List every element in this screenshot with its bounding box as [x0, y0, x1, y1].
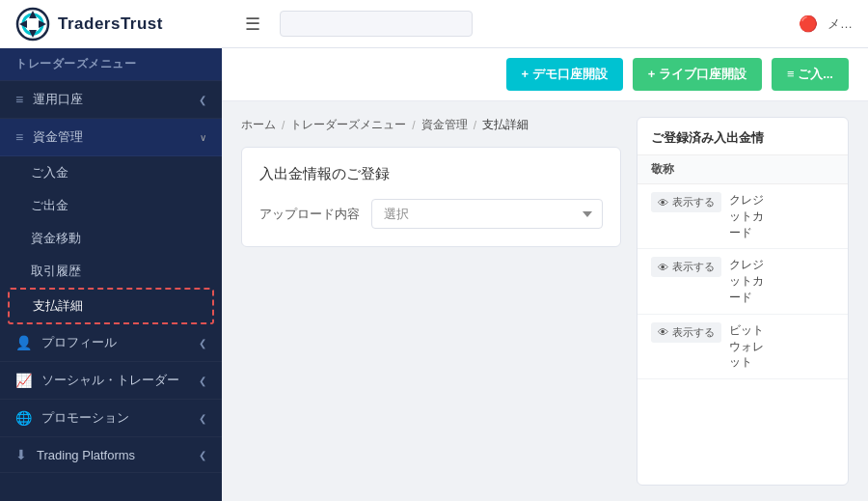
upload-select[interactable]: 選択: [371, 199, 603, 229]
sidebar-item-label-promo: プロモーション: [41, 409, 129, 427]
sidebar-item-label-platforms: Trading Platforms: [37, 448, 135, 462]
sidebar-item-label-funds: 資金管理: [33, 128, 83, 146]
sidebar-logo: TradersTrust: [0, 0, 222, 48]
chevron-icon-platforms: ❮: [199, 450, 206, 460]
eye-icon-1: 👁: [658, 197, 668, 209]
view-button-2[interactable]: 👁 表示する: [651, 257, 721, 277]
breadcrumb-traders[interactable]: トレーダーズメニュー: [290, 117, 406, 133]
eye-icon-3: 👁: [658, 326, 668, 338]
sidebar-item-accounts[interactable]: ≡ 運用口座 ❮: [0, 81, 222, 119]
view-label-1: 表示する: [672, 195, 715, 209]
sidebar-menu-title: トレーダーズメニュー: [0, 48, 222, 81]
logo-icon: [15, 7, 50, 42]
sidebar-sub-history[interactable]: 取引履歴: [0, 255, 222, 288]
payment-name-3: ビットウォレット: [729, 322, 764, 371]
funds-icon: ≡: [15, 129, 23, 145]
search-input[interactable]: [280, 11, 473, 37]
sidebar-item-funds[interactable]: ≡ 資金管理 ∨: [0, 119, 222, 156]
view-button-3[interactable]: 👁 表示する: [651, 322, 721, 343]
payment-row-2: 👁 表示する クレジットカード: [637, 249, 848, 314]
promo-icon: 🌐: [15, 410, 32, 426]
flag-icon[interactable]: 🔴: [799, 14, 818, 33]
main-content: ☰ 🔴 メ… + デモ口座開設 + ライブ口座開設 ≡ ご入... ホーム / …: [222, 0, 868, 501]
sidebar-sub-payment[interactable]: 支払詳細: [8, 288, 214, 324]
topbar: ☰ 🔴 メ…: [222, 0, 868, 48]
sidebar-item-label-social: ソーシャル・トレーダー: [41, 372, 179, 389]
content-wrapper: ホーム / トレーダーズメニュー / 資金管理 / 支払詳細 入出金情報のご登録…: [241, 117, 621, 486]
breadcrumb-funds[interactable]: 資金管理: [421, 117, 468, 133]
accounts-icon: ≡: [15, 92, 23, 107]
sidebar-sub-withdraw[interactable]: ご出金: [0, 189, 222, 222]
topbar-right: 🔴 メ…: [799, 14, 853, 33]
chevron-icon-profile: ❮: [199, 338, 206, 348]
platforms-icon: ⬇: [15, 447, 27, 462]
profile-icon: 👤: [15, 335, 32, 350]
view-button-1[interactable]: 👁 表示する: [651, 192, 721, 212]
chevron-icon-accounts: ❮: [199, 95, 206, 105]
right-panel: ご登録済み入出金情 敬称 👁 表示する クレジットカード 👁 表示する クレジッ…: [637, 117, 849, 486]
sidebar-item-label-accounts: 運用口座: [33, 91, 83, 108]
breadcrumb-sep1: /: [282, 119, 285, 132]
chevron-icon-funds: ∨: [200, 132, 206, 143]
eye-icon-2: 👁: [658, 262, 668, 273]
view-label-2: 表示する: [672, 260, 715, 274]
sidebar: TradersTrust トレーダーズメニュー ≡ 運用口座 ❮ ≡ 資金管理 …: [0, 0, 222, 501]
view-label-3: 表示する: [672, 325, 715, 340]
form-card-title: 入出金情報のご登録: [259, 165, 603, 183]
action-bar: + デモ口座開設 + ライブ口座開設 ≡ ご入...: [222, 48, 868, 101]
chevron-icon-promo: ❮: [199, 413, 206, 424]
demo-account-button[interactable]: + デモ口座開設: [506, 58, 623, 91]
breadcrumb-sep2: /: [412, 119, 415, 132]
right-panel-title: ご登録済み入出金情: [637, 118, 848, 155]
sidebar-item-label-profile: プロフィール: [41, 334, 117, 351]
logo-text: TradersTrust: [58, 14, 163, 34]
deposit-button[interactable]: ≡ ご入...: [772, 58, 849, 91]
mail-button[interactable]: メ…: [827, 15, 853, 33]
col-header-2: [726, 161, 834, 178]
content-area: ホーム / トレーダーズメニュー / 資金管理 / 支払詳細 入出金情報のご登録…: [222, 101, 868, 501]
upload-label: アップロード内容: [259, 206, 360, 223]
live-account-button[interactable]: + ライブ口座開設: [633, 58, 762, 91]
breadcrumb: ホーム / トレーダーズメニュー / 資金管理 / 支払詳細: [241, 117, 621, 133]
payment-name-2: クレジットカード: [729, 257, 764, 305]
breadcrumb-home[interactable]: ホーム: [241, 117, 276, 133]
col-header-1: 敬称: [651, 161, 719, 178]
breadcrumb-current: 支払詳細: [482, 117, 529, 133]
sidebar-sub-transfer[interactable]: 資金移動: [0, 222, 222, 255]
form-card: 入出金情報のご登録 アップロード内容 選択: [241, 147, 621, 247]
sidebar-sub-deposit[interactable]: ご入金: [0, 156, 222, 189]
payment-name-1: クレジットカード: [729, 192, 764, 240]
chevron-icon-social: ❮: [199, 376, 206, 386]
breadcrumb-sep3: /: [474, 119, 476, 132]
right-panel-header: 敬称: [637, 155, 848, 184]
payment-row-3: 👁 表示する ビットウォレット: [637, 315, 848, 379]
sidebar-item-promo[interactable]: 🌐 プロモーション ❮: [0, 400, 222, 437]
hamburger-button[interactable]: ☰: [237, 10, 268, 39]
sidebar-item-platforms[interactable]: ⬇ Trading Platforms ❮: [0, 437, 222, 473]
sidebar-item-social[interactable]: 📈 ソーシャル・トレーダー ❮: [0, 362, 222, 400]
social-icon: 📈: [15, 373, 32, 388]
form-row: アップロード内容 選択: [259, 199, 603, 229]
sidebar-item-profile[interactable]: 👤 プロフィール ❮: [0, 324, 222, 362]
payment-row-1: 👁 表示する クレジットカード: [637, 184, 848, 249]
